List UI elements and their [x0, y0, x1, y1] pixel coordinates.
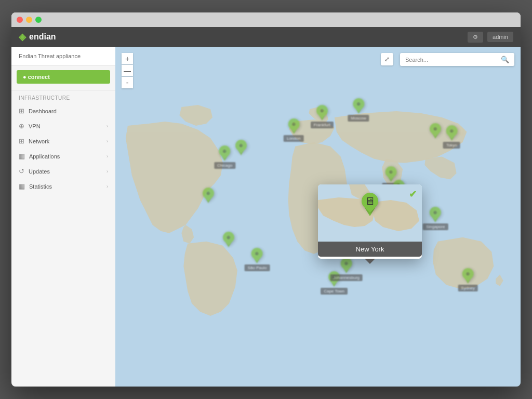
popup-checkmark-icon: ✔ — [409, 189, 417, 200]
map-pin-joburg[interactable]: ⊕ Johannesburg — [330, 258, 363, 281]
connect-label: ● connect — [23, 74, 50, 80]
apps-icon: ▦ — [19, 152, 25, 160]
search-icon[interactable]: 🔍 — [501, 56, 509, 63]
pin-icon: ⊕ — [255, 251, 259, 256]
pin-icon: ⊕ — [291, 122, 296, 127]
sidebar-header: Endian Threat appliance — [11, 47, 115, 66]
vpn-icon: ⊕ — [19, 122, 24, 130]
map-pin-mexico[interactable]: ⊕ — [203, 188, 214, 203]
sidebar-item-label: Updates — [29, 168, 50, 175]
network-icon: ⊞ — [19, 137, 24, 145]
pin-label: Cape Town — [321, 288, 348, 295]
chevron-icon: › — [107, 124, 108, 129]
main-layout: Endian Threat appliance ● connect Infras… — [11, 47, 521, 387]
pin-icon: ⊕ — [433, 210, 437, 215]
zoom-mid-button[interactable]: — — [122, 65, 133, 76]
sidebar: Endian Threat appliance ● connect Infras… — [11, 47, 115, 387]
chevron-icon: › — [107, 154, 108, 159]
map-expand-button[interactable]: ⤢ — [381, 53, 393, 65]
sidebar-divider-1 — [11, 90, 115, 90]
admin-button[interactable]: admin — [487, 32, 513, 42]
map-pin-moscow[interactable]: ⊕ Moscow — [348, 98, 369, 122]
pin-icon: ⊕ — [239, 143, 243, 148]
pin-label: Frankfurt — [311, 122, 334, 128]
pin-icon: ⊕ — [223, 149, 227, 154]
pin-label: Chicago — [214, 162, 235, 169]
zoom-out-button[interactable]: - — [122, 77, 133, 88]
sidebar-item-label: Applications — [29, 153, 60, 159]
pin-icon: ⊕ — [344, 261, 349, 266]
pin-icon: ⊕ — [449, 128, 454, 134]
title-bar — [11, 12, 521, 27]
stats-icon: ▦ — [19, 182, 25, 190]
app-chrome: ◈ endian ⚙ admin Endian Threat appliance… — [11, 27, 521, 387]
popup-map-thumbnail: 🖥 ✔ — [318, 184, 422, 242]
map-pin-toronto[interactable]: ⊕ — [235, 140, 247, 155]
updates-icon: ↺ — [19, 167, 24, 175]
chevron-icon: › — [107, 139, 108, 144]
map-content-area[interactable]: + — - 🔍 ⤢ ⊕ — [115, 47, 521, 387]
map-pin-chicago[interactable]: ⊕ Chicago — [214, 145, 235, 169]
pin-label: Tokyo — [443, 142, 460, 149]
pin-label: London — [284, 135, 304, 142]
maximize-button[interactable] — [35, 17, 42, 23]
browser-window: ◈ endian ⚙ admin Endian Threat appliance… — [11, 12, 521, 387]
sidebar-item-dashboard[interactable]: ⊞ Dashboard — [11, 103, 115, 118]
pin-icon: ⊕ — [356, 101, 361, 107]
map-pin-beijing[interactable]: ⊕ — [430, 123, 441, 139]
pin-icon: ⊕ — [320, 108, 324, 113]
sidebar-group-label: Infrastructure — [11, 92, 115, 103]
popup-card-new-york[interactable]: 🖥 ✔ New York — [318, 184, 422, 259]
sidebar-item-applications[interactable]: ▦ Applications › — [11, 149, 115, 164]
popup-pin: 🖥 — [362, 193, 378, 216]
map-pin-sydney[interactable]: ⊕ Sydney — [458, 268, 478, 291]
sidebar-item-label: Network — [29, 138, 49, 144]
close-button[interactable] — [17, 17, 23, 23]
pin-icon: ⊕ — [433, 126, 437, 131]
popup-location-label: New York — [318, 242, 422, 257]
map-pin-tokyo[interactable]: ⊕ Tokyo — [443, 125, 460, 149]
sidebar-item-statistics[interactable]: ▦ Statistics › — [11, 179, 115, 194]
pin-icon: ⊕ — [466, 271, 470, 276]
zoom-in-button[interactable]: + — [122, 53, 133, 64]
top-bar-controls: ⚙ admin — [468, 32, 513, 43]
sidebar-item-label: VPN — [29, 123, 41, 129]
map-pin-singapore[interactable]: ⊕ Singapore — [423, 207, 448, 230]
app-logo: ◈ endian — [19, 31, 56, 43]
pin-icon: ⊕ — [227, 235, 231, 240]
pin-label: Sydney — [458, 285, 478, 291]
sidebar-header-title: Endian Threat appliance — [19, 53, 81, 59]
sidebar-item-updates[interactable]: ↺ Updates › — [11, 164, 115, 179]
map-pin-london[interactable]: ⊕ London — [284, 118, 304, 142]
sidebar-item-network[interactable]: ⊞ Network › — [11, 134, 115, 149]
chevron-icon: › — [107, 169, 108, 174]
app-name: endian — [29, 32, 56, 42]
map-pin-sao-paulo[interactable]: ⊕ São Paulo — [245, 248, 270, 271]
top-bar: ◈ endian ⚙ admin — [11, 27, 521, 47]
sidebar-item-vpn[interactable]: ⊕ VPN › — [11, 118, 115, 134]
minimize-button[interactable] — [26, 17, 32, 23]
sidebar-item-label: Dashboard — [29, 108, 57, 114]
map-pin-lima[interactable]: ⊕ — [223, 232, 234, 247]
connect-button[interactable]: ● connect — [17, 70, 110, 84]
search-input[interactable] — [405, 57, 501, 63]
pin-icon: ⊕ — [206, 191, 210, 196]
map-background: + — - 🔍 ⤢ ⊕ — [115, 47, 521, 387]
map-controls: + — - — [122, 53, 133, 88]
chevron-icon: › — [107, 184, 108, 189]
pin-icon: ⊕ — [389, 169, 393, 175]
pin-label: Moscow — [348, 115, 369, 122]
dashboard-icon: ⊞ — [19, 107, 24, 115]
pin-label: Singapore — [423, 223, 448, 230]
logo-icon: ◈ — [19, 31, 26, 43]
map-pin-frankfurt[interactable]: ⊕ Frankfurt — [311, 105, 334, 128]
gear-button[interactable]: ⚙ — [468, 32, 483, 43]
sidebar-item-label: Statistics — [29, 183, 52, 190]
popup-pin-icon: 🖥 — [365, 195, 375, 207]
map-search-bar[interactable]: 🔍 — [400, 53, 514, 66]
pin-label: São Paulo — [245, 264, 270, 271]
pin-label: Johannesburg — [330, 274, 363, 281]
